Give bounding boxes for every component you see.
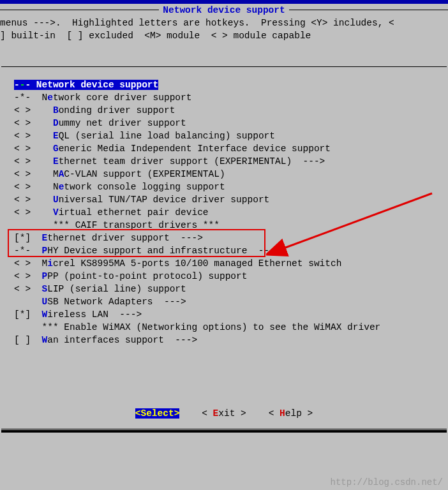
dialog-header: Network device support — [0, 4, 448, 17]
button-bar: <Select> < Exit > < Help > — [0, 392, 448, 429]
menu-item[interactable]: < > EQL (serial line load balancing) sup… — [14, 130, 438, 142]
menu-item[interactable]: -*- Network core driver support — [14, 91, 438, 104]
menu-item[interactable]: < > Micrel KS8995MA 5-ports 10/100 manag… — [14, 257, 438, 270]
menu-item[interactable]: < > Dummy net driver support — [14, 117, 438, 130]
menu-item[interactable]: [*] Ethernet driver support ---> — [14, 232, 438, 244]
menu-item[interactable]: USB Network Adapters ---> — [14, 295, 438, 308]
help-text: menus --->. Highlighted letters are hotk… — [0, 17, 448, 47]
menu-item[interactable]: [*] Wireless LAN ---> — [14, 308, 438, 321]
watermark: http://blog.csdn.net/ — [331, 477, 443, 489]
menu-item[interactable]: -*- PHY Device support and infrastructur… — [14, 244, 438, 257]
menu-section-header[interactable]: --- Network device support — [14, 78, 438, 91]
menu-item[interactable]: *** Enable WiMAX (Networking options) to… — [14, 321, 438, 334]
menu-item[interactable]: < > Generic Media Independent Interface … — [14, 142, 438, 155]
dialog-bottom-border — [1, 429, 447, 433]
menu-item[interactable]: < > Virtual ethernet pair device — [14, 206, 438, 219]
menu-item[interactable]: < > Universal TUN/TAP device driver supp… — [14, 193, 438, 206]
menu-panel: --- Network device support -*- Network c… — [1, 66, 447, 392]
select-button[interactable]: <Select> — [135, 408, 180, 419]
menu-item[interactable]: < > Bonding driver support — [14, 104, 438, 117]
menu-item[interactable]: < > Ethernet team driver support (EXPERI… — [14, 155, 438, 168]
menu-item[interactable]: < > MAC-VLAN support (EXPERIMENTAL) — [14, 168, 438, 181]
menu-item[interactable]: *** CAIF transport drivers *** — [14, 219, 438, 232]
menu-item[interactable]: < > PPP (point-to-point protocol) suppor… — [14, 270, 438, 283]
help-button[interactable]: < Help > — [269, 408, 313, 419]
dialog-title: Network device support — [159, 4, 288, 17]
menu-item[interactable]: < > Network console logging support — [14, 181, 438, 193]
menu-item[interactable]: [ ] Wan interfaces support ---> — [14, 334, 438, 346]
exit-button[interactable]: < Exit > — [202, 408, 246, 419]
menu-item[interactable]: < > SLIP (serial line) support — [14, 283, 438, 295]
